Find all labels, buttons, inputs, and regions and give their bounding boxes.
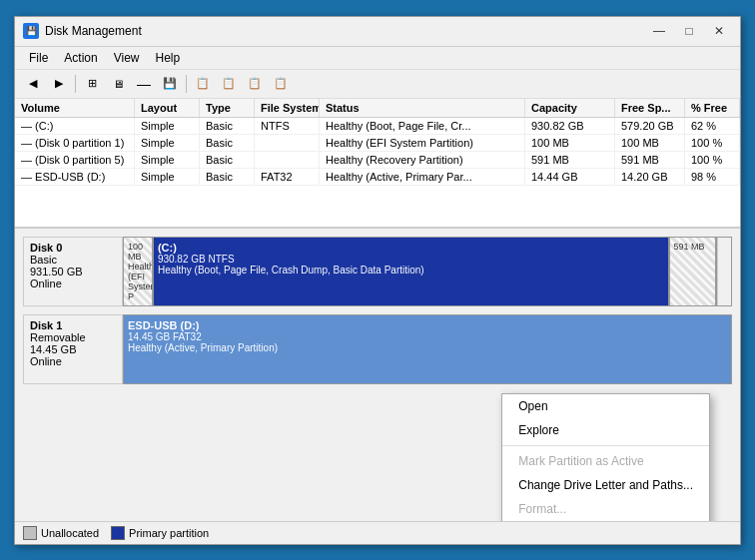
part-desc: Healthy (EFI System P bbox=[128, 262, 148, 301]
cell-capacity: 591 MB bbox=[525, 152, 615, 168]
cell-layout: Simple bbox=[135, 152, 200, 168]
part-size: 591 MB bbox=[674, 242, 712, 252]
cell-volume: — (Disk 0 partition 1) bbox=[15, 135, 135, 151]
cell-volume: — (Disk 0 partition 5) bbox=[15, 152, 135, 168]
toolbar-separator-1 bbox=[75, 75, 76, 93]
toolbar-btn-4[interactable]: 🖥 bbox=[106, 73, 130, 95]
part-size: 100 MB bbox=[128, 242, 148, 262]
disk-1-name: Disk 1 bbox=[30, 319, 116, 331]
cell-status: Healthy (Recovery Partition) bbox=[320, 152, 525, 168]
menu-file[interactable]: File bbox=[21, 49, 56, 67]
table-row[interactable]: — (C:) Simple Basic NTFS Healthy (Boot, … bbox=[15, 118, 740, 135]
cell-fs bbox=[255, 152, 320, 168]
cell-free: 579.20 GB bbox=[615, 118, 685, 134]
forward-button[interactable]: ▶ bbox=[47, 73, 71, 95]
cell-volume: — ESD-USB (D:) bbox=[15, 169, 135, 185]
cell-status: Healthy (EFI System Partition) bbox=[320, 135, 525, 151]
part-label: (C:) bbox=[158, 242, 664, 254]
disk-0-row: Disk 0 Basic 931.50 GB Online 100 MB Hea… bbox=[23, 237, 732, 306]
header-capacity[interactable]: Capacity bbox=[525, 99, 615, 117]
disk-1-size: 14.45 GB bbox=[30, 343, 116, 355]
minimize-button[interactable]: — bbox=[646, 21, 672, 41]
cell-type: Basic bbox=[200, 169, 255, 185]
toolbar-btn-10[interactable]: 📋 bbox=[269, 73, 293, 95]
menubar: File Action View Help bbox=[15, 47, 740, 70]
disk-management-window: 💾 Disk Management — □ ✕ File Action View… bbox=[14, 16, 741, 545]
cell-fs: FAT32 bbox=[255, 169, 320, 185]
disk-0-part-c[interactable]: (C:) 930.82 GB NTFS Healthy (Boot, Page … bbox=[154, 238, 670, 305]
toolbar-btn-8[interactable]: 📋 bbox=[217, 73, 241, 95]
disk-1-info: Disk 1 Removable 14.45 GB Online bbox=[23, 314, 123, 384]
maximize-button[interactable]: □ bbox=[676, 21, 702, 41]
header-freespace[interactable]: Free Sp... bbox=[615, 99, 685, 117]
legend: Unallocated Primary partition bbox=[15, 521, 740, 544]
cell-layout: Simple bbox=[135, 135, 200, 151]
menu-help[interactable]: Help bbox=[148, 49, 189, 67]
cell-capacity: 930.82 GB bbox=[525, 118, 615, 134]
disk-1-part-usb[interactable]: ESD-USB (D:) 14.45 GB FAT32 Healthy (Act… bbox=[124, 315, 731, 383]
close-button[interactable]: ✕ bbox=[706, 21, 732, 41]
cell-volume: — (C:) bbox=[15, 118, 135, 134]
disk-0-part-recovery[interactable]: 591 MB bbox=[670, 238, 718, 305]
disk-1-status: Online bbox=[30, 355, 116, 367]
cell-capacity: 100 MB bbox=[525, 135, 615, 151]
legend-primary-box bbox=[111, 526, 125, 540]
cell-type: Basic bbox=[200, 118, 255, 134]
cell-status: Healthy (Boot, Page File, Cr... bbox=[320, 118, 525, 134]
ctx-open[interactable]: Open bbox=[502, 394, 709, 418]
legend-primary-label: Primary partition bbox=[129, 527, 209, 539]
toolbar-separator-2 bbox=[186, 75, 187, 93]
toolbar-btn-7[interactable]: 📋 bbox=[191, 73, 215, 95]
header-volume[interactable]: Volume bbox=[15, 99, 135, 117]
disk-0-part-efi[interactable]: 100 MB Healthy (EFI System P bbox=[124, 238, 154, 305]
scrollbar[interactable] bbox=[717, 238, 731, 305]
volume-table: Volume Layout Type File System Status Ca… bbox=[15, 99, 740, 229]
ctx-change-letter[interactable]: Change Drive Letter and Paths... bbox=[502, 473, 709, 497]
context-menu: Open Explore Mark Partition as Active Ch… bbox=[501, 393, 710, 521]
header-layout[interactable]: Layout bbox=[135, 99, 200, 117]
toolbar-btn-6[interactable]: 💾 bbox=[158, 73, 182, 95]
cell-layout: Simple bbox=[135, 118, 200, 134]
main-content: Volume Layout Type File System Status Ca… bbox=[15, 99, 740, 544]
header-filesystem[interactable]: File System bbox=[255, 99, 320, 117]
table-row[interactable]: — ESD-USB (D:) Simple Basic FAT32 Health… bbox=[15, 169, 740, 186]
table-row[interactable]: — (Disk 0 partition 5) Simple Basic Heal… bbox=[15, 152, 740, 169]
ctx-sep-1 bbox=[502, 445, 709, 446]
cell-status: Healthy (Active, Primary Par... bbox=[320, 169, 525, 185]
disk-0-status: Online bbox=[30, 278, 116, 289]
menu-view[interactable]: View bbox=[106, 49, 148, 67]
legend-primary: Primary partition bbox=[111, 526, 209, 540]
toolbar: ◀ ▶ ⊞ 🖥 — 💾 📋 📋 📋 📋 bbox=[15, 70, 740, 99]
toolbar-btn-3[interactable]: ⊞ bbox=[80, 73, 104, 95]
part-desc: Healthy (Boot, Page File, Crash Dump, Ba… bbox=[158, 265, 664, 276]
cell-pct: 100 % bbox=[685, 135, 740, 151]
header-type[interactable]: Type bbox=[200, 99, 255, 117]
disk-1-partitions: ESD-USB (D:) 14.45 GB FAT32 Healthy (Act… bbox=[123, 314, 732, 384]
cell-type: Basic bbox=[200, 135, 255, 151]
toolbar-btn-5[interactable]: — bbox=[132, 73, 156, 95]
back-button[interactable]: ◀ bbox=[21, 73, 45, 95]
header-pct[interactable]: % Free bbox=[685, 99, 740, 117]
header-status[interactable]: Status bbox=[320, 99, 525, 117]
cell-capacity: 14.44 GB bbox=[525, 169, 615, 185]
disk-0-info: Disk 0 Basic 931.50 GB Online bbox=[23, 237, 123, 306]
table-row[interactable]: — (Disk 0 partition 1) Simple Basic Heal… bbox=[15, 135, 740, 152]
ctx-explore[interactable]: Explore bbox=[502, 418, 709, 442]
cell-pct: 98 % bbox=[685, 169, 740, 185]
table-header: Volume Layout Type File System Status Ca… bbox=[15, 99, 740, 118]
titlebar: 💾 Disk Management — □ ✕ bbox=[15, 17, 740, 47]
disk-area: Disk 0 Basic 931.50 GB Online 100 MB Hea… bbox=[15, 229, 740, 521]
cell-fs bbox=[255, 135, 320, 151]
titlebar-left: 💾 Disk Management bbox=[23, 23, 142, 39]
app-icon: 💾 bbox=[23, 23, 39, 39]
cell-free: 591 MB bbox=[615, 152, 685, 168]
disk-1-type: Removable bbox=[30, 331, 116, 343]
cell-free: 14.20 GB bbox=[615, 169, 685, 185]
disk-0-size: 931.50 GB bbox=[30, 266, 116, 278]
toolbar-btn-9[interactable]: 📋 bbox=[243, 73, 267, 95]
menu-action[interactable]: Action bbox=[56, 49, 105, 67]
disk-0-type: Basic bbox=[30, 254, 116, 266]
part-size: 14.45 GB FAT32 bbox=[128, 331, 727, 342]
disk-0-name: Disk 0 bbox=[30, 242, 116, 254]
cell-layout: Simple bbox=[135, 169, 200, 185]
